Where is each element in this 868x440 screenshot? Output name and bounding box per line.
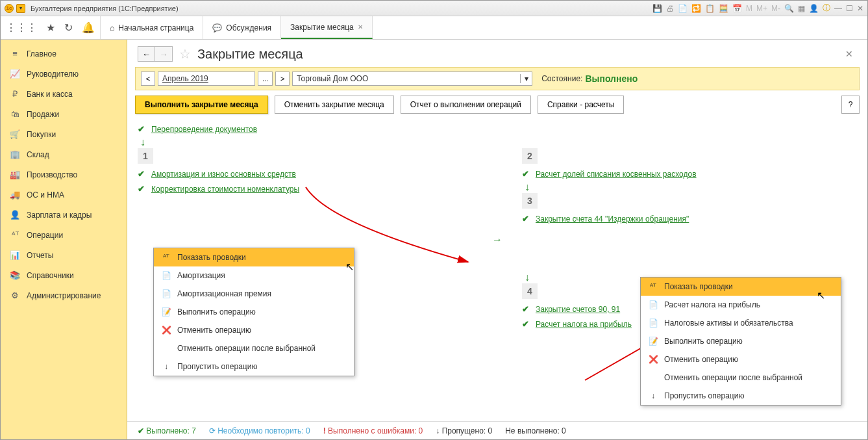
minimize-icon[interactable]: — — [834, 4, 842, 13]
sidebar-item-3[interactable]: 🛍Продажи — [1, 104, 127, 124]
calc-icon[interactable]: 🧮 — [719, 4, 728, 13]
org-select[interactable]: Торговый Дом ООО ▾ — [292, 71, 532, 86]
favorite-star-icon[interactable]: ★ — [46, 21, 55, 34]
nav-back-button[interactable]: ← — [138, 47, 155, 61]
sidebar-item-0[interactable]: ≡Главное — [1, 44, 127, 64]
help-button[interactable]: ? — [841, 96, 860, 114]
sidebar-item-12[interactable]: ⚙Администрирование — [1, 285, 127, 305]
menu-item-4[interactable]: ❌Отменить операцию — [154, 321, 354, 339]
menu-item-3[interactable]: 📝Выполнить операцию — [641, 332, 841, 350]
title-tools: 💾 🖨 📄 🔁 📋 🧮 📅 M M+ M- 🔍 ▦ 👤 ⓘ — ☐ ✕ — [652, 3, 863, 14]
tab-close-icon[interactable]: ✕ — [358, 23, 363, 31]
menu-item-0[interactable]: ᴬᵀПоказать проводки — [154, 248, 354, 266]
page-favorite-icon[interactable]: ☆ — [179, 46, 191, 62]
tab-month-closing[interactable]: Закрытие месяца ✕ — [281, 16, 373, 39]
history-icon[interactable]: ↻ — [64, 21, 73, 34]
m-minus-icon[interactable]: M- — [771, 4, 780, 13]
menu-item-1[interactable]: 📄Расчет налога на прибыль — [641, 296, 841, 314]
tab-closing-label: Закрытие месяца — [290, 23, 354, 32]
context-menu-2: ᴬᵀПоказать проводки📄Расчет налога на при… — [640, 277, 841, 406]
filter-bar: < Апрель 2019 ... > Торговый Дом ООО ▾ С… — [135, 67, 860, 90]
repost-icon[interactable]: 🔁 — [691, 4, 701, 13]
save-icon[interactable]: 💾 — [652, 4, 662, 13]
sidebar-label: Производство — [27, 170, 77, 179]
menu-item-5[interactable]: Отменить операции после выбранной — [641, 369, 841, 387]
m-plus-icon[interactable]: M+ — [756, 4, 767, 13]
sidebar-icon: 👤 — [10, 210, 20, 220]
references-button[interactable]: Справки - расчеты — [538, 96, 624, 114]
menu-item-6[interactable]: ↓Пропустить операцию — [154, 357, 354, 376]
period-field[interactable]: Апрель 2019 — [158, 71, 255, 86]
menu-item-4[interactable]: ❌Отменить операцию — [641, 350, 841, 369]
nav-forward-button[interactable]: → — [155, 47, 172, 61]
app-menu-dropdown[interactable]: ▾ — [16, 4, 25, 13]
close-window-icon[interactable]: ✕ — [857, 4, 863, 13]
op-indirect-link[interactable]: Расчет долей списания косвенных расходов — [536, 170, 697, 179]
check-icon: ✔ — [522, 169, 529, 179]
title-bar: 1c ▾ Бухгалтерия предприятия (1С:Предпри… — [1, 1, 867, 16]
menu-icon: 📄 — [649, 318, 658, 328]
op-repost-link[interactable]: Перепроведение документов — [151, 125, 257, 134]
report-button[interactable]: Отчет о выполнении операций — [401, 96, 531, 114]
op-profit-link[interactable]: Расчет налога на прибыль — [536, 320, 632, 329]
home-icon: ⌂ — [110, 23, 114, 32]
sidebar-item-8[interactable]: 👤Зарплата и кадры — [1, 205, 127, 225]
info-icon[interactable]: ⓘ — [823, 3, 830, 14]
period-next-button[interactable]: > — [275, 71, 290, 86]
op-acc9091-link[interactable]: Закрытие счетов 90, 91 — [536, 305, 620, 314]
menu-item-1[interactable]: 📄Амортизация — [154, 266, 354, 285]
sidebar-icon: 📚 — [10, 270, 20, 280]
status-bar: ✔ Выполнено: 7 ⟳ Необходимо повторить: 0… — [127, 421, 867, 439]
menu-item-2[interactable]: 📄Налоговые активы и обязательства — [641, 314, 841, 332]
chevron-down-icon: ▾ — [520, 74, 532, 83]
grid-icon[interactable]: ▦ — [798, 4, 805, 13]
step-1-badge: 1 — [138, 148, 153, 164]
bell-icon[interactable]: 🔔 — [82, 21, 95, 34]
check-icon: ✔ — [138, 124, 145, 134]
sidebar-label: Зарплата и кадры — [27, 211, 92, 220]
tab-discussions[interactable]: 💬 Обсуждения — [203, 16, 281, 39]
calendar-icon[interactable]: 📅 — [732, 4, 742, 13]
op-acc44-link[interactable]: Закрытие счета 44 "Издержки обращения" — [536, 214, 689, 224]
cancel-closing-button[interactable]: Отменить закрытие месяца — [275, 96, 394, 114]
sidebar-item-10[interactable]: 📊Отчеты — [1, 245, 127, 265]
menu-item-6[interactable]: ↓Пропустить операцию — [641, 387, 841, 405]
print-icon[interactable]: 🖨 — [666, 4, 674, 13]
sidebar-item-7[interactable]: 🚚ОС и НМА — [1, 185, 127, 205]
sidebar-item-6[interactable]: 🏭Производство — [1, 164, 127, 185]
check-icon: ✔ — [522, 319, 529, 329]
menu-item-0[interactable]: ᴬᵀПоказать проводки — [641, 278, 841, 296]
step-3-badge: 3 — [522, 193, 538, 209]
run-closing-button[interactable]: Выполнить закрытие месяца — [135, 96, 268, 114]
user-icon[interactable]: 👤 — [809, 4, 819, 13]
menu-icon: 📄 — [162, 271, 171, 280]
sidebar-item-9[interactable]: ᴬᵀОперации — [1, 225, 127, 245]
op-amort-link[interactable]: Амортизация и износ основных средств — [151, 170, 296, 179]
sidebar-item-2[interactable]: ₽Банк и касса — [1, 84, 127, 104]
table-icon[interactable]: 📋 — [705, 4, 715, 13]
restore-icon[interactable]: ☐ — [846, 4, 853, 13]
apps-grid-icon[interactable]: ⋮⋮⋮ — [6, 21, 37, 34]
sidebar-item-1[interactable]: 📈Руководителю — [1, 64, 127, 84]
period-picker-button[interactable]: ... — [258, 71, 273, 86]
m-icon[interactable]: M — [746, 4, 752, 13]
sidebar-item-11[interactable]: 📚Справочники — [1, 265, 127, 285]
menu-icon: ↓ — [649, 391, 658, 400]
doc-icon[interactable]: 📄 — [678, 4, 688, 13]
tab-home[interactable]: ⌂ Начальная страница — [101, 16, 203, 39]
op-corr-link[interactable]: Корректировка стоимости номенклатуры — [151, 185, 299, 194]
check-icon: ✔ — [138, 169, 145, 179]
app-window: 1c ▾ Бухгалтерия предприятия (1С:Предпри… — [0, 0, 868, 440]
menu-icon: 📄 — [162, 289, 171, 298]
page-close-icon[interactable]: ✕ — [845, 49, 857, 59]
menu-label: Показать проводки — [177, 253, 246, 262]
logo-1c-icon: 1c — [5, 4, 14, 13]
menu-label: Отменить операции после выбранной — [664, 373, 802, 382]
zoom-icon[interactable]: 🔍 — [784, 4, 794, 13]
menu-item-3[interactable]: 📝Выполнить операцию — [154, 303, 354, 321]
period-prev-button[interactable]: < — [141, 71, 155, 86]
sidebar-item-5[interactable]: 🏢Склад — [1, 144, 127, 164]
sidebar-item-4[interactable]: 🛒Покупки — [1, 124, 127, 144]
menu-item-2[interactable]: 📄Амортизационная премия — [154, 285, 354, 303]
menu-item-5[interactable]: Отменить операции после выбранной — [154, 339, 354, 357]
